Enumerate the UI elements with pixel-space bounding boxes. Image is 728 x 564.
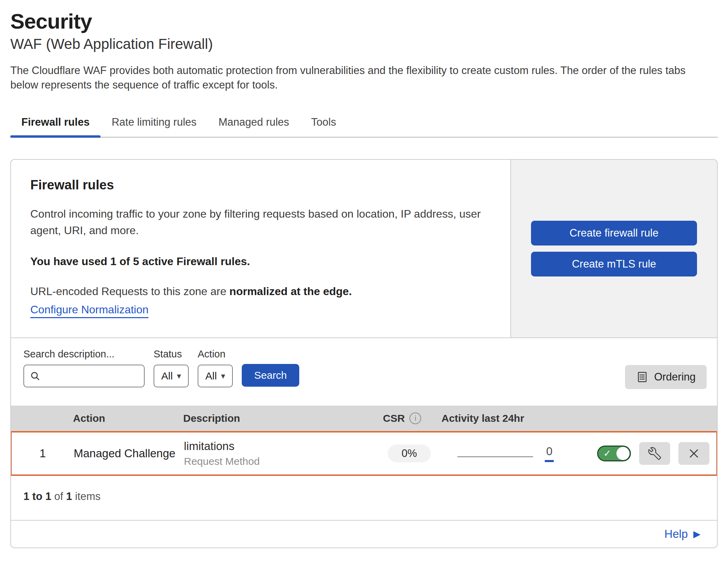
rule-activity-cell: 0 xyxy=(442,445,580,462)
delete-rule-button[interactable] xyxy=(678,442,709,465)
page-title: Security xyxy=(10,9,718,33)
card-info: Firewall rules Control incoming traffic … xyxy=(11,160,510,337)
firewall-rule-row[interactable]: 1 Managed Challenge limitations Request … xyxy=(10,431,718,476)
of-text: of xyxy=(54,490,63,502)
help-link[interactable]: Help ▶ xyxy=(664,528,700,541)
search-icon xyxy=(30,370,41,382)
rule-action: Managed Challenge xyxy=(74,447,184,460)
tab-managed-rules[interactable]: Managed rules xyxy=(208,112,300,137)
total-text: 1 xyxy=(66,490,72,502)
normalization-bold: normalized at the edge. xyxy=(229,285,352,297)
search-input[interactable] xyxy=(44,370,138,382)
toggle-knob xyxy=(616,447,630,460)
create-firewall-rule-button[interactable]: Create firewall rule xyxy=(531,221,697,246)
info-icon[interactable]: i xyxy=(409,412,421,424)
help-label: Help xyxy=(664,528,688,541)
tab-rate-limiting-rules[interactable]: Rate limiting rules xyxy=(101,112,207,137)
rule-index: 1 xyxy=(12,447,74,460)
ordering-list-icon xyxy=(636,371,648,383)
pagination-summary: 1 to 1 of 1 items xyxy=(11,476,717,520)
header-description: Description xyxy=(183,412,383,424)
firewall-rules-card: Firewall rules Control incoming traffic … xyxy=(11,160,717,338)
activity-count-link[interactable]: 0 xyxy=(545,445,554,462)
security-waf-page: Security WAF (Web Application Firewall) … xyxy=(0,9,728,548)
close-icon xyxy=(688,447,700,460)
rule-description-cell: limitations Request Method xyxy=(184,440,384,467)
create-mtls-rule-button[interactable]: Create mTLS rule xyxy=(531,252,697,276)
page-subtitle: WAF (Web Application Firewall) xyxy=(10,35,718,53)
table-header: Action Description CSR i Activity last 2… xyxy=(11,406,717,431)
header-action: Action xyxy=(73,412,183,424)
card-heading: Firewall rules xyxy=(30,178,491,192)
status-select[interactable]: All ▾ xyxy=(154,365,189,387)
chevron-down-icon: ▾ xyxy=(177,372,181,380)
filter-bar: Search description... Status All ▾ xyxy=(11,338,717,406)
rule-expression: Request Method xyxy=(184,456,384,467)
rule-controls: ✓ xyxy=(580,442,716,465)
tab-firewall-rules[interactable]: Firewall rules xyxy=(10,112,101,137)
activity-sparkline xyxy=(457,456,533,457)
check-icon: ✓ xyxy=(603,449,611,458)
range-text: 1 to 1 xyxy=(23,490,51,502)
search-button[interactable]: Search xyxy=(242,364,299,387)
status-group: Status All ▾ xyxy=(154,348,189,387)
rule-csr-cell: 0% xyxy=(384,445,442,462)
csr-badge: 0% xyxy=(388,445,431,462)
page-description: The Cloudflare WAF provides both automat… xyxy=(10,63,716,92)
wrench-icon xyxy=(648,447,661,460)
chevron-down-icon: ▾ xyxy=(221,372,225,380)
arrow-right-icon: ▶ xyxy=(693,530,700,539)
firewall-rules-panel: Firewall rules Control incoming traffic … xyxy=(10,159,718,548)
items-text: items xyxy=(75,490,101,502)
header-activity: Activity last 24hr xyxy=(441,412,579,424)
action-label: Action xyxy=(198,348,233,360)
card-description: Control incoming traffic to your zone by… xyxy=(30,206,481,239)
rule-enabled-toggle[interactable]: ✓ xyxy=(597,446,631,461)
status-label: Status xyxy=(154,348,189,360)
status-select-value: All xyxy=(161,370,173,382)
usage-text: You have used 1 of 5 active Firewall rul… xyxy=(30,255,491,268)
header-csr: CSR i xyxy=(383,412,441,424)
action-group: Action All ▾ xyxy=(198,348,233,387)
search-input-box[interactable] xyxy=(23,365,145,387)
ordering-button-label: Ordering xyxy=(654,371,696,383)
rule-description: limitations xyxy=(184,440,384,453)
ordering-button[interactable]: Ordering xyxy=(625,365,707,389)
normalization-prefix: URL-encoded Requests to this zone are xyxy=(30,285,229,297)
configure-normalization-link[interactable]: Configure Normalization xyxy=(30,303,148,316)
search-group: Search description... xyxy=(23,348,145,387)
action-select-value: All xyxy=(205,370,217,382)
waf-tabs: Firewall rules Rate limiting rules Manag… xyxy=(10,112,718,138)
action-select[interactable]: All ▾ xyxy=(198,365,233,387)
header-csr-label: CSR xyxy=(383,412,405,424)
help-bar: Help ▶ xyxy=(11,520,717,547)
search-label: Search description... xyxy=(23,348,145,360)
normalization-text: URL-encoded Requests to this zone are no… xyxy=(30,285,491,298)
actions-panel: Create firewall rule Create mTLS rule xyxy=(510,160,717,337)
tab-tools[interactable]: Tools xyxy=(300,112,347,137)
edit-rule-button[interactable] xyxy=(639,442,670,465)
